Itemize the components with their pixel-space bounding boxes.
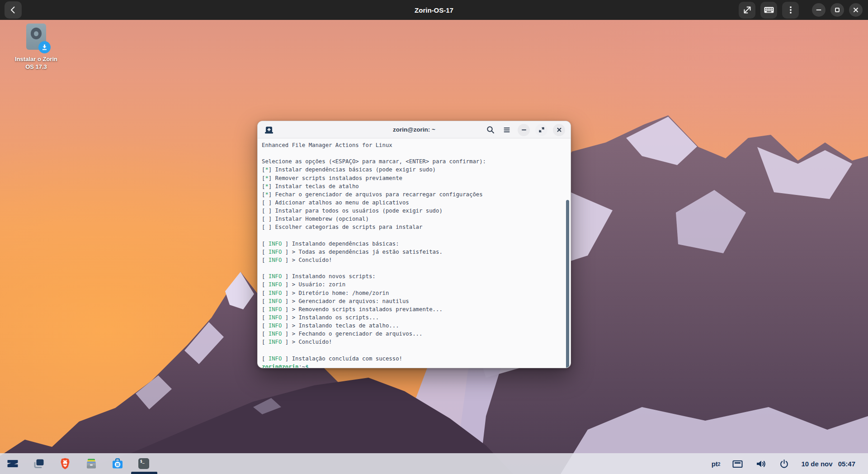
svg-text:$_: $_: [140, 460, 145, 464]
terminal-close-button[interactable]: [553, 124, 565, 136]
active-app-indicator: [131, 472, 157, 474]
terminal-window: zorin@zorin: ~: [257, 121, 571, 368]
terminal-icon: $_: [137, 457, 151, 470]
terminal-titlebar[interactable]: zorin@zorin: ~: [258, 121, 571, 138]
clock-time: 05:47: [838, 460, 855, 468]
drive-icon: [25, 24, 47, 52]
terminal-line: [*] Instalar dependências básicas (pode …: [262, 166, 563, 174]
desktop-screen: Zorin-OS-17: [0, 0, 868, 474]
terminal-line: [262, 264, 563, 272]
maximize-button[interactable]: [830, 3, 844, 17]
terminal-search-button[interactable]: [485, 124, 496, 135]
kebab-menu-icon: [785, 5, 796, 15]
taskbar-files-button[interactable]: [83, 455, 99, 472]
software-store-icon: [111, 457, 124, 470]
terminal-line: [ ] Instalar para todos os usuários (pod…: [262, 207, 563, 215]
volume-icon: [755, 458, 767, 470]
search-icon: [486, 125, 495, 135]
terminal-line: [ INFO ] > Fechando o gerenciador de arq…: [262, 330, 563, 338]
minimize-icon: [520, 126, 528, 133]
menu-kebab-button[interactable]: [782, 2, 799, 19]
terminal-menu-button[interactable]: [501, 124, 512, 135]
terminal-line: [ INFO ] > Usuário: zorin: [262, 280, 563, 289]
power-status-button[interactable]: [778, 458, 790, 469]
terminal-line: [262, 149, 563, 157]
terminal-minimize-button[interactable]: [518, 124, 530, 136]
brave-browser-icon: [58, 457, 72, 470]
terminal-line: zorin@zorin:~$: [262, 363, 563, 368]
terminal-maximize-button[interactable]: [535, 124, 547, 136]
keyboard-icon: [763, 4, 775, 16]
terminal-line: [*] Instalar teclas de atalho: [262, 182, 563, 190]
terminal-line: [ INFO ] > Concluído!: [262, 256, 563, 264]
terminal-line: [ INFO ] > Removendo scripts instalados …: [262, 305, 563, 313]
taskbar: $_ pt2: [0, 453, 868, 474]
volume-status-button[interactable]: [755, 458, 767, 470]
terminal-line: [ INFO ] > Gerenciador de arquivos: naut…: [262, 297, 563, 305]
terminal-line: [ INFO ] Instalando dependências básicas…: [262, 240, 563, 248]
download-badge-icon: [38, 41, 51, 53]
close-icon: [556, 126, 563, 133]
zorin-logo-icon: [6, 457, 19, 470]
display-status-button[interactable]: [731, 458, 744, 470]
maximize-icon: [833, 6, 841, 14]
terminal-line: [ ] Escolher categorias de scripts para …: [262, 223, 563, 231]
terminal-line: [ INFO ] > Instalando teclas de atalho..…: [262, 322, 563, 330]
hamburger-menu-icon: [502, 125, 512, 135]
taskbar-brave-button[interactable]: [57, 455, 73, 472]
keyboard-button[interactable]: [760, 2, 777, 19]
new-tab-icon: [264, 125, 274, 136]
back-button[interactable]: [5, 1, 22, 19]
terminal-line: Selecione as opções (<ESPAÇO> para marca…: [262, 157, 563, 166]
terminal-line: [ INFO ] > Instalando os scripts...: [262, 313, 563, 322]
terminal-line: [ INFO ] > Concluído!: [262, 338, 563, 346]
terminal-line: [*] Fechar o gerenciador de arquivos par…: [262, 190, 563, 199]
terminal-line: [ ] Instalar Homebrew (opcional): [262, 215, 563, 223]
taskbar-software-button[interactable]: [109, 455, 126, 472]
taskbar-zorin-menu-button[interactable]: [5, 455, 21, 472]
taskbar-terminal-button[interactable]: $_: [136, 455, 152, 472]
remote-viewer-topbar: Zorin-OS-17: [0, 0, 868, 20]
power-icon: [778, 458, 790, 469]
connection-title: Zorin-OS-17: [0, 6, 868, 14]
fullscreen-button[interactable]: [739, 2, 755, 19]
clock-calendar[interactable]: 10 de nov 05:47: [801, 460, 855, 468]
file-manager-icon: [85, 457, 98, 470]
terminal-line: [262, 346, 563, 355]
terminal-scrollbar[interactable]: [566, 200, 569, 368]
minimize-icon: [815, 6, 823, 14]
terminal-line: [ INFO ] > Todas as dependências já estã…: [262, 248, 563, 256]
terminal-output[interactable]: Enhanced File Manager Actions for Linux …: [258, 138, 571, 368]
close-icon: [852, 6, 860, 14]
fullscreen-expand-icon: [742, 5, 753, 15]
terminal-line: [262, 232, 563, 240]
close-button[interactable]: [849, 3, 863, 17]
display-icon: [731, 458, 744, 470]
minimize-button[interactable]: [812, 3, 826, 17]
back-chevron-icon: [7, 4, 19, 16]
terminal-line: [*] Remover scripts instalados previamen…: [262, 174, 563, 182]
terminal-line: [ INFO ] > Diretório home: /home/zorin: [262, 289, 563, 297]
terminal-line: [ INFO ] Instalação concluída com sucess…: [262, 355, 563, 363]
maximize-icon: [538, 126, 545, 133]
desktop-icon-label: Instalar o Zorin OS 17.3: [6, 55, 66, 71]
desktop-icon-installer[interactable]: Instalar o Zorin OS 17.3: [6, 24, 66, 71]
terminal-line: [ ] Adicionar atalhos ao menu de aplicat…: [262, 199, 563, 207]
new-tab-button[interactable]: [263, 124, 275, 136]
keyboard-layout-indicator[interactable]: pt2: [712, 460, 721, 468]
clock-date: 10 de nov: [801, 460, 832, 468]
terminal-line: Enhanced File Manager Actions for Linux: [262, 141, 563, 149]
workspaces-icon: [32, 457, 46, 470]
taskbar-workspaces-button[interactable]: [31, 455, 47, 472]
terminal-line: [ INFO ] Instalando novos scripts:: [262, 272, 563, 280]
